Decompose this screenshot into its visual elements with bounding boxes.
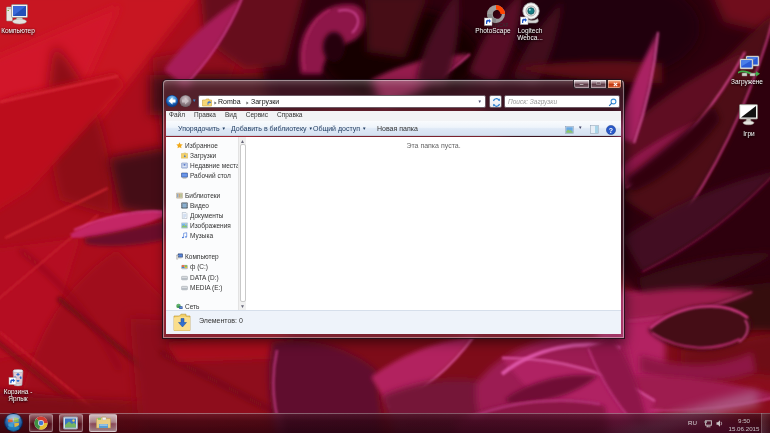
svg-text:?: ? (609, 126, 613, 133)
